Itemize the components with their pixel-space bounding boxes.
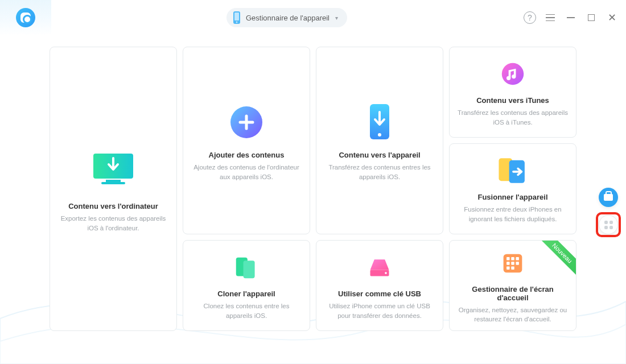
svg-point-2 <box>236 22 238 23</box>
svg-rect-19 <box>516 257 518 260</box>
svg-rect-17 <box>506 257 509 260</box>
svg-rect-13 <box>244 261 255 279</box>
card-desc: Transférez des contenus entres les appar… <box>324 163 435 181</box>
content-to-computer-icon <box>90 145 137 196</box>
svg-rect-23 <box>506 266 509 269</box>
window-header: Gestionnaire de l'appareil ▾ ? ✕ <box>0 0 626 35</box>
card-desc: Ajoutez des contenus de l'ordinateur aux… <box>191 163 302 181</box>
maximize-button[interactable] <box>584 10 599 25</box>
svg-point-9 <box>502 63 524 85</box>
app-logo <box>16 8 35 27</box>
card-merge-device[interactable]: Fusionner l'appareilFusionnez entre deux… <box>449 143 576 234</box>
card-title: Ajouter des contenus <box>209 151 285 159</box>
merge-device-icon <box>496 154 530 187</box>
chevron-down-icon: ▾ <box>335 15 338 21</box>
card-title: Cloner l'appareil <box>217 289 275 298</box>
clone-device-icon <box>233 251 260 284</box>
card-title: Contenu vers l'appareil <box>339 151 420 159</box>
card-title: Utiliser comme clé USB <box>338 289 421 298</box>
briefcase-icon <box>604 194 613 201</box>
help-icon: ? <box>524 11 536 24</box>
card-desc: Transférez les contenus des appareils iO… <box>458 108 568 126</box>
menu-button[interactable] <box>543 10 558 25</box>
content-to-itunes-icon <box>500 57 525 90</box>
grid-icon <box>604 221 613 229</box>
maximize-icon <box>588 14 595 21</box>
hamburger-icon <box>546 14 555 22</box>
usb-drive-icon <box>367 251 392 284</box>
card-desc: Fusionnez entre deux iPhones en ignorant… <box>458 205 568 223</box>
card-title: Contenu vers iTunes <box>476 96 549 105</box>
svg-rect-5 <box>101 182 125 184</box>
svg-rect-22 <box>516 262 518 264</box>
svg-rect-24 <box>511 266 514 269</box>
logo-area <box>0 0 51 35</box>
svg-point-15 <box>385 272 387 275</box>
card-title: Gestionnaire de l'écran d'accueil <box>458 285 568 302</box>
card-desc: Exportez les contenus des appareils iOS … <box>58 214 168 232</box>
new-badge: Nouveau <box>537 240 576 278</box>
help-button[interactable]: ? <box>522 10 537 25</box>
card-content-to-computer[interactable]: Contenu vers l'ordinateurExportez les co… <box>50 47 177 331</box>
card-desc: Utilisez iPhone comme un clé USB pour tr… <box>324 301 435 320</box>
toolbox-button[interactable] <box>599 188 618 207</box>
card-title: Contenu vers l'ordinateur <box>68 202 158 210</box>
phone-icon <box>232 11 241 24</box>
card-clone-device[interactable]: Cloner l'appareilClonez les contenus ent… <box>183 240 310 331</box>
minimize-icon <box>567 17 575 18</box>
close-icon: ✕ <box>608 13 616 23</box>
card-desc: Organisez, nettoyez, sauvegardez ou rest… <box>458 305 568 324</box>
close-button[interactable]: ✕ <box>604 10 619 25</box>
card-home-screen-manager[interactable]: Gestionnaire de l'écran d'accueilOrganis… <box>449 240 576 331</box>
card-usb-drive[interactable]: Utiliser comme clé USBUtilisez iPhone co… <box>316 240 443 331</box>
svg-rect-20 <box>506 262 509 264</box>
feature-grid: Contenu vers l'ordinateurExportez les co… <box>0 35 626 337</box>
minimize-button[interactable] <box>563 10 578 25</box>
category-grid-button[interactable] <box>599 215 618 234</box>
add-content-icon <box>229 100 264 145</box>
card-title: Fusionner l'appareil <box>477 193 547 201</box>
card-content-to-device[interactable]: Contenu vers l'appareilTransférez des co… <box>316 47 443 234</box>
side-dock <box>599 188 618 234</box>
svg-rect-18 <box>511 257 514 260</box>
svg-point-8 <box>378 133 381 136</box>
svg-rect-4 <box>106 180 121 182</box>
svg-rect-21 <box>511 262 514 264</box>
card-content-to-itunes[interactable]: Contenu vers iTunesTransférez les conten… <box>449 47 576 138</box>
content-to-device-icon <box>365 100 394 145</box>
device-manager-dropdown[interactable]: Gestionnaire de l'appareil ▾ <box>226 8 347 27</box>
card-add-content[interactable]: Ajouter des contenusAjoutez des contenus… <box>183 47 310 234</box>
device-label: Gestionnaire de l'appareil <box>246 14 330 22</box>
svg-rect-1 <box>234 13 239 20</box>
card-desc: Clonez les contenus entre les appareils … <box>191 301 302 320</box>
home-screen-manager-icon <box>500 247 525 279</box>
